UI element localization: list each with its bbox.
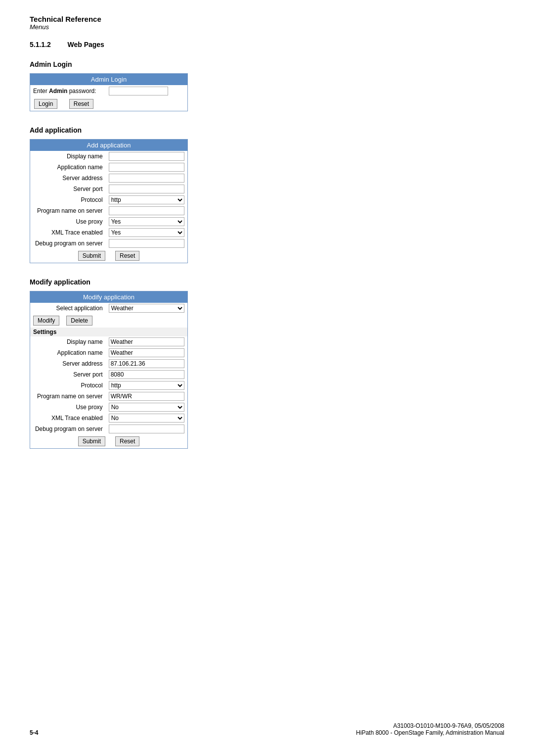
mod-app-label-7: XML Trace enabled — [30, 413, 106, 424]
mod-app-input-8[interactable] — [109, 425, 184, 433]
admin-pw-label: Enter Admin password: — [30, 85, 106, 97]
mod-select-app-row: Select applicationWeather — [30, 303, 187, 314]
mod-app-input-5[interactable] — [109, 392, 184, 401]
admin-login-heading: Admin Login — [30, 60, 504, 68]
mod-app-select-6[interactable]: No — [109, 403, 184, 412]
mod-app-label-0: Display name — [30, 336, 106, 347]
mod-app-button-row: SubmitReset — [30, 434, 187, 448]
mod-app-row-3: Server port — [30, 369, 187, 380]
password-row: Enter Admin password: — [30, 85, 187, 97]
modify-button[interactable]: Modify — [33, 316, 59, 326]
add-app-row-1: Application name — [30, 162, 187, 173]
add-app-label-2: Server address — [30, 173, 106, 184]
mod-app-row-1: Application name — [30, 347, 187, 358]
mod-app-label-4: Protocol — [30, 380, 106, 391]
mod-app-row-0: Display name — [30, 336, 187, 347]
add-app-row-7: XML Trace enabledYes — [30, 227, 187, 238]
add-app-input-2[interactable] — [109, 174, 184, 183]
page-header: Technical Reference Menus — [30, 15, 504, 31]
mod-app-input-2[interactable] — [109, 359, 184, 368]
mod-app-reset-button[interactable]: Reset — [115, 436, 139, 446]
mod-app-row-5: Program name on server — [30, 391, 187, 402]
add-app-input-5[interactable] — [109, 206, 184, 215]
add-app-row-6: Use proxyYes — [30, 216, 187, 227]
add-app-row-8: Debug program on server — [30, 238, 187, 249]
section-number: 5.1.1.2 — [30, 41, 51, 48]
add-application-heading: Add application — [30, 126, 504, 134]
mod-app-select-7[interactable]: No — [109, 414, 184, 423]
delete-button[interactable]: Delete — [66, 316, 92, 326]
mod-modify-delete-row: ModifyDelete — [30, 314, 187, 328]
admin-login-form: Admin Login Enter Admin password: Login … — [30, 73, 188, 111]
mod-app-submit-button[interactable]: Submit — [78, 436, 105, 446]
add-app-button-row: SubmitReset — [30, 249, 187, 263]
mod-app-label-8: Debug program on server — [30, 424, 106, 434]
section-title: Web Pages — [67, 41, 104, 48]
mod-app-input-3[interactable] — [109, 370, 184, 379]
mod-app-row-8: Debug program on server — [30, 424, 187, 434]
add-app-label-4: Protocol — [30, 194, 106, 205]
mod-app-label-1: Application name — [30, 347, 106, 358]
admin-reset-button[interactable]: Reset — [69, 99, 93, 109]
mod-app-label-6: Use proxy — [30, 402, 106, 413]
add-app-label-6: Use proxy — [30, 216, 106, 227]
mod-app-label-5: Program name on server — [30, 391, 106, 402]
modify-application-heading: Modify application — [30, 278, 504, 286]
add-app-input-3[interactable] — [109, 185, 184, 193]
add-app-row-0: Display name — [30, 151, 187, 162]
mod-app-row-4: Protocolhttp — [30, 380, 187, 391]
add-application-form: Add application Display nameApplication … — [30, 139, 188, 263]
mod-app-row-2: Server address — [30, 358, 187, 369]
add-application-form-title: Add application — [30, 140, 187, 151]
page-subtitle: Menus — [30, 23, 504, 31]
add-app-label-0: Display name — [30, 151, 106, 162]
admin-login-form-title: Admin Login — [30, 74, 187, 85]
add-app-select-7[interactable]: Yes — [109, 228, 184, 237]
add-app-label-7: XML Trace enabled — [30, 227, 106, 238]
add-app-select-6[interactable]: Yes — [109, 217, 184, 226]
page-number: 5-4 — [30, 729, 38, 736]
add-app-label-3: Server port — [30, 184, 106, 194]
mod-app-row-7: XML Trace enabledNo — [30, 413, 187, 424]
doc-title: HiPath 8000 - OpenStage Family, Administ… — [356, 729, 504, 736]
mod-app-label-2: Server address — [30, 358, 106, 369]
add-app-input-8[interactable] — [109, 239, 184, 248]
page-title: Technical Reference — [30, 15, 504, 23]
add-app-label-8: Debug program on server — [30, 238, 106, 249]
settings-label-row: Settings — [30, 328, 187, 336]
add-app-row-5: Program name on server — [30, 205, 187, 216]
mod-select-application[interactable]: Weather — [109, 304, 184, 313]
add-app-input-1[interactable] — [109, 163, 184, 172]
mod-app-input-1[interactable] — [109, 348, 184, 357]
admin-password-input[interactable] — [109, 87, 168, 95]
add-app-label-5: Program name on server — [30, 205, 106, 216]
modify-application-form-title: Modify application — [30, 291, 187, 303]
add-app-input-0[interactable] — [109, 152, 184, 161]
add-app-row-3: Server port — [30, 184, 187, 194]
mod-app-select-4[interactable]: http — [109, 381, 184, 390]
mod-app-row-6: Use proxyNo — [30, 402, 187, 413]
login-button[interactable]: Login — [34, 99, 57, 109]
doc-ref: A31003-O1010-M100-9-76A9, 05/05/2008 — [356, 722, 504, 729]
add-app-row-4: Protocolhttp — [30, 194, 187, 205]
page-footer: 5-4 A31003-O1010-M100-9-76A9, 05/05/2008… — [30, 722, 504, 736]
add-app-select-4[interactable]: http — [109, 195, 184, 204]
add-app-reset-button[interactable]: Reset — [115, 251, 139, 261]
add-app-label-1: Application name — [30, 162, 106, 173]
add-app-row-2: Server address — [30, 173, 187, 184]
mod-app-label-3: Server port — [30, 369, 106, 380]
mod-app-input-0[interactable] — [109, 337, 184, 346]
admin-login-buttons: Login Reset — [30, 97, 187, 111]
add-app-submit-button[interactable]: Submit — [78, 251, 105, 261]
modify-application-form: Modify application Select applicationWea… — [30, 291, 188, 449]
